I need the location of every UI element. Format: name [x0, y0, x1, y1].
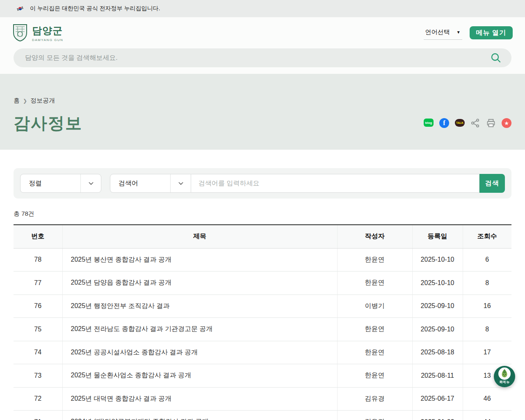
row-views: 17: [463, 341, 511, 364]
row-date: 2025-10-10: [412, 248, 463, 272]
table-row: 71 2024년 (재)담양군복지재단 종합감사 결과 공개 김유경 2025-…: [14, 411, 511, 420]
quick-menu-button[interactable]: 퀵메뉴: [494, 366, 515, 387]
korea-flag-icon: [16, 5, 25, 12]
row-writer: 한윤연: [337, 341, 412, 364]
row-views: 6: [463, 248, 511, 272]
caret-down-icon: ▼: [457, 30, 461, 34]
search-field-dropdown[interactable]: 검색어: [110, 174, 191, 193]
search-field-label: 검색어: [110, 179, 170, 188]
row-writer: 한윤연: [337, 364, 412, 388]
row-title-link[interactable]: 2025년 행정안전부 조직감사 결과: [62, 294, 337, 318]
row-date: 2025-08-11: [412, 364, 463, 388]
row-views: 16: [463, 294, 511, 318]
language-selector[interactable]: 언어선택 ▼: [424, 26, 462, 40]
sort-dropdown-label: 정렬: [21, 179, 80, 188]
row-date: 2025-10-10: [412, 272, 463, 295]
row-date: 2025-01-02: [412, 411, 463, 420]
table-header-row: 번호제목작성자등록일조회수: [14, 225, 511, 248]
naver-blog-icon[interactable]: blog: [424, 118, 434, 128]
audit-table-body: 78 2025년 봉산면 종합감사 결과 공개 한윤연 2025-10-10 6…: [14, 248, 511, 420]
column-header: 조회수: [463, 225, 511, 248]
site-header: 담양군 DAMYANG GUN 언어선택 ▼ 메뉴 열기: [0, 17, 525, 74]
table-row: 74 2025년 공공시설사업소 종합감사 결과 공개 한윤연 2025-08-…: [14, 341, 511, 364]
breadcrumb: 홈 ❯ 정보공개: [14, 97, 511, 105]
facebook-icon[interactable]: f: [439, 118, 449, 128]
row-date: 2025-09-10: [412, 318, 463, 341]
chevron-down-icon: [170, 174, 191, 192]
row-views: 46: [463, 387, 511, 411]
table-row: 78 2025년 봉산면 종합감사 결과 공개 한윤연 2025-10-10 6: [14, 248, 511, 272]
kakaotalk-icon[interactable]: TALK: [455, 118, 465, 128]
row-writer: 한윤연: [337, 248, 412, 272]
damyang-emblem-icon: [12, 23, 28, 42]
row-writer: 한윤연: [337, 318, 412, 341]
row-title-link[interactable]: 2024년 (재)담양군복지재단 종합감사 결과 공개: [62, 411, 337, 420]
breadcrumb-home[interactable]: 홈: [14, 97, 20, 105]
row-date: 2025-09-10: [412, 294, 463, 318]
favorite-star-icon[interactable]: ★: [502, 118, 511, 128]
table-row: 76 2025년 행정안전부 조직감사 결과 이병기 2025-09-10 16: [14, 294, 511, 318]
table-row: 77 2025년 담양읍 종합감사 결과 공개 한윤연 2025-10-10 8: [14, 272, 511, 295]
table-row: 75 2025년 전라남도 종합감사 결과 기관경고문 공개 한윤연 2025-…: [14, 318, 511, 341]
logo-subtitle: DAMYANG GUN: [32, 38, 63, 42]
search-icon[interactable]: [490, 52, 502, 64]
column-header: 번호: [14, 225, 62, 248]
row-writer: 이병기: [337, 294, 412, 318]
main-content: 정렬 검색어 검색 총 78건 번호제목작성자: [0, 150, 525, 420]
print-icon[interactable]: [486, 118, 496, 128]
filter-bar: 정렬 검색어 검색: [14, 168, 511, 199]
share-icon[interactable]: [470, 118, 480, 128]
row-date: 2025-06-17: [412, 387, 463, 411]
sort-dropdown[interactable]: 정렬: [20, 174, 101, 193]
row-writer: 한윤연: [337, 272, 412, 295]
row-views: 44: [463, 411, 511, 420]
row-number: 75: [14, 318, 62, 341]
quick-menu-label: 퀵메뉴: [499, 380, 510, 384]
row-title-link[interactable]: 2025년 대덕면 종합감사 결과 공개: [62, 387, 337, 411]
row-number: 73: [14, 364, 62, 388]
row-title-link[interactable]: 2025년 담양읍 종합감사 결과 공개: [62, 272, 337, 295]
site-logo[interactable]: 담양군 DAMYANG GUN: [12, 23, 63, 42]
row-date: 2025-08-18: [412, 341, 463, 364]
mascot-icon: [498, 368, 511, 380]
row-title-link[interactable]: 2025년 전라남도 종합감사 결과 기관경고문 공개: [62, 318, 337, 341]
row-writer: 김유경: [337, 387, 412, 411]
column-header: 제목: [62, 225, 337, 248]
search-group: 검색어 검색: [110, 174, 505, 193]
row-number: 71: [14, 411, 62, 420]
column-header: 등록일: [412, 225, 463, 248]
row-number: 76: [14, 294, 62, 318]
logo-title: 담양군: [32, 24, 63, 37]
row-views: 8: [463, 318, 511, 341]
breadcrumb-separator: ❯: [23, 98, 27, 104]
row-number: 74: [14, 341, 62, 364]
row-title-link[interactable]: 2025년 봉산면 종합감사 결과 공개: [62, 248, 337, 272]
search-button[interactable]: 검색: [479, 174, 505, 193]
row-number: 78: [14, 248, 62, 272]
breadcrumb-current[interactable]: 정보공개: [30, 97, 55, 105]
column-header: 작성자: [337, 225, 412, 248]
row-writer: 김유경: [337, 411, 412, 420]
row-title-link[interactable]: 2025년 공공시설사업소 종합감사 결과 공개: [62, 341, 337, 364]
row-number: 72: [14, 387, 62, 411]
row-title-link[interactable]: 2025년 물순환사업소 종합감사 결과 공개: [62, 364, 337, 388]
row-views: 8: [463, 272, 511, 295]
page-hero: 홈 ❯ 정보공개 감사정보 blog f TALK ★: [0, 74, 525, 150]
share-row: blog f TALK ★: [424, 118, 511, 128]
open-menu-button[interactable]: 메뉴 열기: [470, 26, 513, 39]
gov-banner-text: 이 누리집은 대한민국 공식 전자정부 누리집입니다.: [30, 5, 160, 12]
row-number: 77: [14, 272, 62, 295]
table-row: 73 2025년 물순환사업소 종합감사 결과 공개 한윤연 2025-08-1…: [14, 364, 511, 388]
total-count: 총 78건: [14, 210, 511, 218]
keyword-input[interactable]: [191, 174, 479, 193]
site-search-bar[interactable]: [14, 48, 511, 67]
language-selector-label: 언어선택: [425, 28, 450, 36]
table-row: 72 2025년 대덕면 종합감사 결과 공개 김유경 2025-06-17 4…: [14, 387, 511, 411]
gov-banner: 이 누리집은 대한민국 공식 전자정부 누리집입니다.: [0, 0, 525, 17]
site-search-input[interactable]: [25, 54, 485, 62]
audit-table: 번호제목작성자등록일조회수 78 2025년 봉산면 종합감사 결과 공개 한윤…: [14, 224, 511, 420]
chevron-down-icon: [80, 174, 101, 192]
